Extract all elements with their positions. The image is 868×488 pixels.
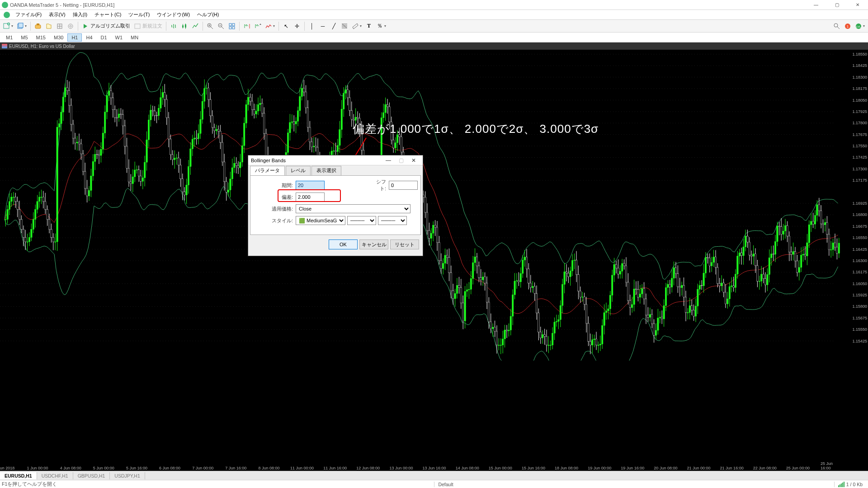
tile-windows-button[interactable] <box>227 21 237 32</box>
shift-input[interactable] <box>389 181 418 190</box>
fibo-button[interactable] <box>340 21 349 32</box>
dialog-minimize-icon[interactable]: — <box>382 157 395 164</box>
svg-rect-484 <box>434 225 436 227</box>
svg-rect-786 <box>735 274 736 287</box>
chart-tab[interactable]: GBPUSD,H1 <box>73 472 110 479</box>
tab-parameters[interactable]: パラメータ <box>250 166 285 176</box>
tab-display[interactable]: 表示選択 <box>311 166 341 176</box>
line-width-select[interactable]: ──── <box>378 216 407 225</box>
zoom-out-button[interactable] <box>216 21 226 32</box>
tab-levels[interactable]: レベル <box>286 166 311 176</box>
svg-rect-895 <box>841 483 842 487</box>
vline-button[interactable]: │ <box>307 21 317 32</box>
svg-rect-566 <box>516 281 517 281</box>
svg-rect-604 <box>554 322 555 333</box>
svg-rect-824 <box>773 254 774 254</box>
svg-rect-282 <box>234 163 235 168</box>
svg-rect-874 <box>822 224 824 225</box>
menu-insert[interactable]: 挿入(I) <box>69 10 91 19</box>
tf-H4[interactable]: H4 <box>82 33 96 42</box>
chart-tab[interactable]: USDCHF,H1 <box>37 472 73 479</box>
terminal-button[interactable] <box>55 21 65 32</box>
svg-rect-16 <box>232 23 235 26</box>
ok-button[interactable]: OK <box>329 239 358 249</box>
svg-rect-346 <box>297 111 298 122</box>
tf-M1[interactable]: M1 <box>2 33 17 42</box>
objects-button[interactable]: ％ <box>375 21 387 32</box>
chart-shift-button[interactable] <box>253 21 263 32</box>
profiles-button[interactable] <box>15 21 28 32</box>
svg-rect-436 <box>387 104 388 107</box>
svg-rect-300 <box>251 101 253 110</box>
window-minimize-icon[interactable]: — <box>806 0 826 10</box>
equidistant-button[interactable] <box>350 21 363 32</box>
chart-tab[interactable]: EURUSD,H1 <box>0 472 37 479</box>
period-input[interactable] <box>296 181 325 190</box>
reset-button[interactable]: リセット <box>390 239 419 249</box>
line-style-select[interactable]: ──── <box>347 216 376 225</box>
svg-rect-770 <box>719 284 720 286</box>
deviation-input[interactable] <box>296 192 325 202</box>
alerts-icon[interactable]: 1 <box>843 21 853 32</box>
auto-scroll-button[interactable] <box>242 21 252 32</box>
market-watch-button[interactable] <box>33 21 43 32</box>
tf-M5[interactable]: M5 <box>17 33 32 42</box>
text-label-button[interactable]: T <box>364 21 374 32</box>
svg-rect-886 <box>834 243 835 247</box>
color-select[interactable]: 🟩 MediumSeaGreen <box>296 216 345 225</box>
zoom-in-button[interactable] <box>205 21 215 32</box>
svg-rect-574 <box>524 257 525 260</box>
hline-button[interactable]: ─ <box>318 21 328 32</box>
search-icon[interactable] <box>832 21 842 32</box>
apply-price-select[interactable]: Close <box>296 204 410 213</box>
bar-chart-button[interactable] <box>169 21 179 32</box>
dialog-maximize-icon[interactable]: ▢ <box>395 157 407 164</box>
tf-M15[interactable]: M15 <box>32 33 50 42</box>
tf-MN[interactable]: MN <box>127 33 142 42</box>
menu-view[interactable]: 表示(V) <box>45 10 69 19</box>
menu-window[interactable]: ウインドウ(W) <box>153 10 193 19</box>
cancel-button[interactable]: キャンセル <box>359 239 388 249</box>
algo-trading-toggle[interactable]: アルゴリズム取引 <box>80 21 132 32</box>
indicators-button[interactable] <box>264 21 276 32</box>
svg-rect-722 <box>671 278 673 287</box>
app-logo <box>2 2 8 8</box>
menu-chart[interactable]: チャート(C) <box>91 10 125 19</box>
tf-W1[interactable]: W1 <box>111 33 127 42</box>
tf-D1[interactable]: D1 <box>97 33 111 42</box>
chart-tab[interactable]: USDJPY,H1 <box>110 472 145 479</box>
strategy-tester-button[interactable] <box>66 21 75 32</box>
svg-rect-140 <box>92 161 94 176</box>
new-order-button[interactable]: 新規注文 <box>132 21 164 32</box>
menu-tools[interactable]: ツール(T) <box>125 10 153 19</box>
svg-rect-490 <box>440 261 442 268</box>
svg-rect-220 <box>172 155 173 160</box>
window-restore-icon[interactable]: ▢ <box>826 0 847 10</box>
svg-rect-846 <box>794 252 796 261</box>
svg-rect-312 <box>264 113 265 134</box>
tf-M30[interactable]: M30 <box>50 33 67 42</box>
svg-rect-626 <box>576 260 577 275</box>
svg-rect-528 <box>478 266 480 277</box>
crosshair-button[interactable]: ✛ <box>292 21 302 32</box>
svg-rect-152 <box>104 112 106 133</box>
svg-rect-514 <box>464 291 466 321</box>
style-label: スタイル: <box>253 217 296 224</box>
svg-rect-160 <box>112 98 113 110</box>
svg-rect-126 <box>78 142 80 144</box>
menu-help[interactable]: ヘルプ(H) <box>193 10 222 19</box>
candle-chart-button[interactable] <box>179 21 189 32</box>
menu-file[interactable]: ファイル(F) <box>12 10 45 19</box>
navigator-button[interactable] <box>44 21 54 32</box>
line-chart-button[interactable] <box>190 21 200 32</box>
new-chart-button[interactable] <box>2 21 14 32</box>
tf-H1[interactable]: H1 <box>67 33 82 42</box>
vps-icon[interactable]: LVL <box>854 21 866 32</box>
window-close-icon[interactable]: ✕ <box>847 0 868 10</box>
trendline-button[interactable]: ╱ <box>329 21 339 32</box>
svg-rect-248 <box>200 119 201 133</box>
dialog-close-icon[interactable]: ✕ <box>407 157 420 164</box>
chart-canvas[interactable]: 1.185501.184251.183001.181751.180501.179… <box>0 50 868 471</box>
svg-rect-888 <box>836 247 838 253</box>
cursor-button[interactable]: ↖ <box>281 21 291 32</box>
